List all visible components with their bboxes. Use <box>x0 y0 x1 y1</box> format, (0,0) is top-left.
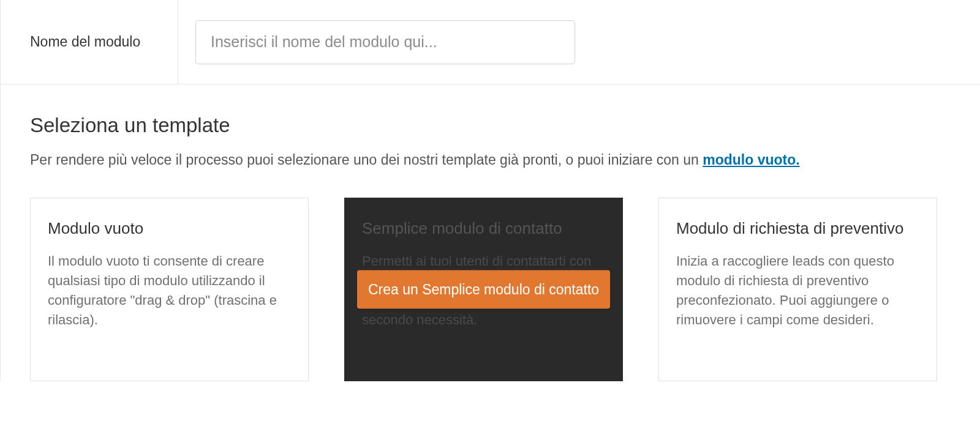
template-section: Seleziona un template Per rendere più ve… <box>1 84 980 381</box>
section-subtitle-text: Per rendere più veloce il processo puoi … <box>30 152 703 168</box>
form-name-input[interactable] <box>195 20 575 64</box>
card-title: Semplice modulo di contatto <box>362 219 605 238</box>
section-subtitle: Per rendere più veloce il processo puoi … <box>30 152 951 168</box>
blank-form-link[interactable]: modulo vuoto. <box>703 152 799 168</box>
template-card-blank[interactable]: Modulo vuoto Il modulo vuoto ti consente… <box>30 198 309 381</box>
form-name-row: Nome del modulo <box>1 0 980 84</box>
form-name-label: Nome del modulo <box>1 0 178 84</box>
card-desc: Il modulo vuoto ti consente di creare qu… <box>48 251 291 330</box>
card-title: Modulo di richiesta di preventivo <box>676 219 919 238</box>
create-contact-form-button[interactable]: Crea un Semplice modulo di contatto <box>357 270 610 309</box>
template-card-quote[interactable]: Modulo di richiesta di preventivo Inizia… <box>658 198 937 381</box>
template-cards: Modulo vuoto Il modulo vuoto ti consente… <box>30 198 951 381</box>
form-name-input-cell <box>178 0 592 84</box>
template-card-contact[interactable]: Semplice modulo di contatto Permetti ai … <box>344 198 623 381</box>
section-title: Seleziona un template <box>30 114 951 137</box>
card-title: Modulo vuoto <box>48 219 291 238</box>
card-desc: Inizia a raccogliere leads con questo mo… <box>676 251 919 330</box>
